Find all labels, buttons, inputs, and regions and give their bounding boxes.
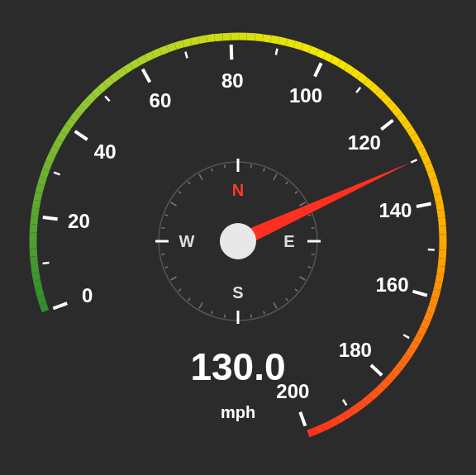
svg-line-54	[188, 182, 191, 184]
svg-line-37	[274, 302, 277, 308]
tick-label: 80	[221, 69, 244, 92]
svg-line-7	[185, 52, 187, 59]
svg-line-12	[381, 120, 393, 129]
svg-line-17	[403, 335, 409, 338]
svg-line-56	[212, 169, 212, 172]
svg-line-35	[295, 289, 298, 292]
svg-line-3	[54, 173, 60, 175]
svg-line-33	[308, 267, 312, 268]
svg-line-48	[161, 254, 164, 255]
svg-line-32	[312, 254, 315, 255]
svg-line-38	[264, 311, 264, 315]
svg-point-59	[220, 223, 256, 259]
svg-line-29	[308, 215, 312, 216]
tick-label: 160	[375, 273, 408, 296]
svg-line-6	[143, 69, 150, 83]
svg-line-16	[412, 292, 426, 296]
tick-label: 60	[150, 89, 172, 112]
svg-line-23	[251, 164, 252, 168]
svg-line-10	[315, 63, 321, 76]
svg-line-55	[199, 174, 202, 180]
svg-line-28	[299, 202, 305, 206]
compass-label-s: S	[232, 283, 243, 302]
svg-line-4	[75, 131, 88, 140]
svg-line-9	[276, 49, 278, 55]
speed-value: 130.0	[190, 345, 285, 388]
svg-line-57	[225, 164, 226, 168]
svg-line-11	[356, 88, 360, 93]
svg-line-41	[225, 315, 226, 318]
tick-label: 20	[68, 210, 90, 232]
tick-label: 40	[94, 140, 117, 163]
speed-unit: mph	[221, 403, 255, 421]
compass-label-n: N	[232, 181, 244, 199]
speedometer-gauge: 020406080100120140160180200 NESW 130.0 m…	[0, 0, 476, 475]
compass-label-e: E	[283, 232, 294, 250]
svg-line-53	[178, 192, 181, 194]
tick-label: 120	[348, 131, 381, 154]
svg-line-45	[178, 289, 181, 292]
svg-line-39	[251, 315, 252, 318]
svg-line-36	[286, 298, 288, 301]
svg-line-24	[264, 169, 264, 172]
svg-line-18	[371, 365, 382, 375]
compass-label-w: W	[179, 232, 195, 250]
svg-line-34	[299, 277, 305, 280]
svg-line-52	[171, 202, 177, 206]
svg-line-47	[165, 267, 169, 268]
svg-line-26	[286, 182, 288, 184]
tick-label: 180	[339, 339, 372, 361]
svg-line-5	[105, 97, 109, 102]
svg-line-2	[43, 217, 58, 219]
svg-line-25	[274, 174, 277, 180]
svg-line-1	[43, 263, 50, 264]
svg-line-51	[165, 215, 169, 216]
svg-line-30	[312, 228, 315, 229]
svg-line-0	[53, 303, 67, 308]
svg-line-19	[343, 400, 346, 406]
svg-line-20	[300, 412, 305, 426]
svg-line-14	[416, 204, 431, 207]
tick-label: 100	[289, 84, 322, 107]
svg-line-46	[171, 277, 177, 280]
svg-line-42	[212, 311, 212, 315]
svg-line-43	[199, 302, 202, 308]
tick-label: 140	[378, 199, 412, 221]
svg-line-27	[295, 192, 298, 194]
svg-line-13	[411, 159, 416, 162]
tick-label: 0	[82, 284, 93, 306]
svg-line-8	[231, 45, 232, 59]
svg-line-50	[161, 228, 164, 229]
svg-line-44	[188, 298, 191, 301]
